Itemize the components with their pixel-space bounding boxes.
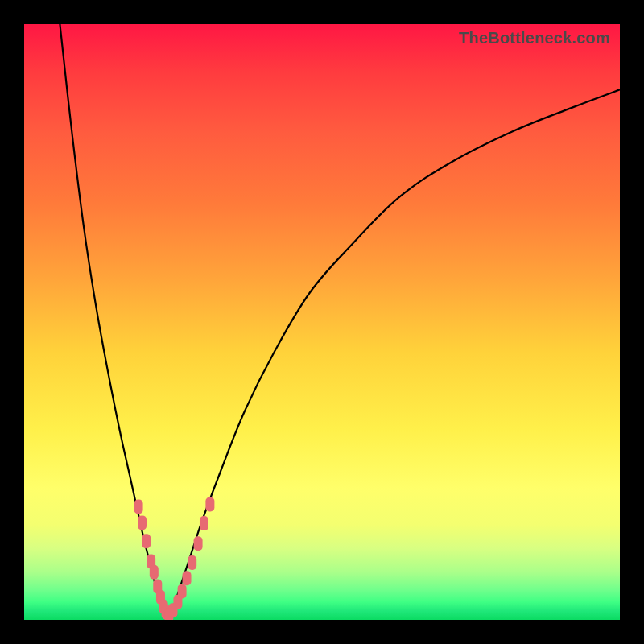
bead xyxy=(150,565,159,580)
bead xyxy=(200,516,208,530)
bead-group xyxy=(134,497,215,620)
bead xyxy=(183,571,192,585)
curve-right-branch xyxy=(167,89,620,620)
bead xyxy=(194,536,203,551)
bead xyxy=(178,584,187,598)
bead xyxy=(138,515,147,530)
bead xyxy=(142,534,151,548)
plot-area: TheBottleneck.com xyxy=(24,24,620,620)
curve-layer xyxy=(24,24,620,620)
curve-left-branch xyxy=(60,24,167,620)
bead xyxy=(205,497,214,511)
bead xyxy=(188,555,196,570)
bead xyxy=(134,499,143,514)
chart-frame: TheBottleneck.com xyxy=(0,0,644,644)
